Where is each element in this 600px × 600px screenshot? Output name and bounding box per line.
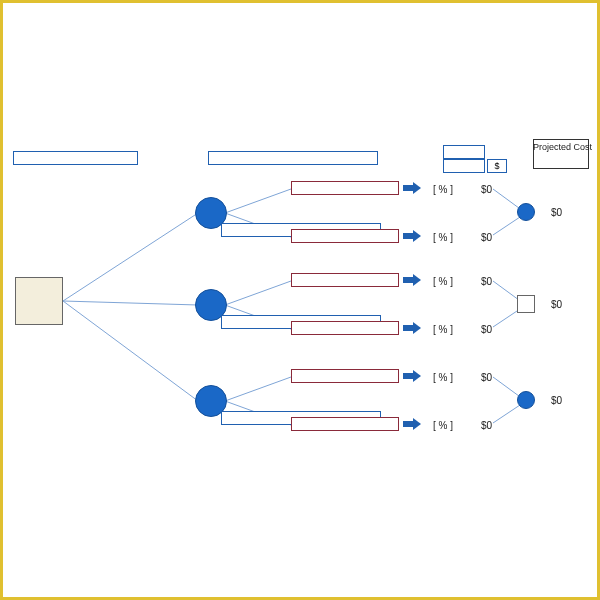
projected-cost-label: Projected Cost	[533, 142, 589, 153]
outcome-box-1b	[291, 229, 399, 243]
terminal-node-2	[517, 295, 535, 313]
pct-2b: %	[433, 324, 453, 335]
terminal-node-1	[517, 203, 535, 221]
pct-2a: %	[433, 276, 453, 287]
svg-line-5	[225, 281, 291, 305]
header-box-3b	[443, 159, 485, 173]
outcome-box-2a	[291, 273, 399, 287]
outcome-box-1a	[291, 181, 399, 195]
cost-2b: $0	[481, 324, 492, 335]
header-box-3	[443, 145, 485, 159]
pct-1a: %	[433, 184, 453, 195]
projected-1: $0	[551, 207, 562, 218]
cost-2a: $0	[481, 276, 492, 287]
svg-line-2	[63, 301, 198, 401]
pct-3b: %	[433, 420, 453, 431]
header-box-1	[13, 151, 138, 165]
cost-3a: $0	[481, 372, 492, 383]
connector-lines	[3, 3, 600, 600]
cost-1a: $0	[481, 184, 492, 195]
arrow-3b	[403, 419, 421, 429]
svg-line-1	[63, 301, 198, 305]
cost-1b: $0	[481, 232, 492, 243]
outcome-box-3b	[291, 417, 399, 431]
header-dollar-cell: $	[487, 159, 507, 173]
decision-root-node	[15, 277, 63, 325]
svg-line-7	[225, 377, 291, 401]
pct-1b: %	[433, 232, 453, 243]
diagram-canvas: $ Projected Cost % % $0 $0 $0 % % $0 $0 …	[3, 3, 600, 600]
arrow-1a	[403, 183, 421, 193]
outcome-box-3a	[291, 369, 399, 383]
projected-2: $0	[551, 299, 562, 310]
svg-line-0	[63, 213, 198, 301]
pct-3a: %	[433, 372, 453, 383]
outcome-box-2b	[291, 321, 399, 335]
svg-line-3	[225, 189, 291, 213]
arrow-2a	[403, 275, 421, 285]
cost-3b: $0	[481, 420, 492, 431]
header-box-2	[208, 151, 378, 165]
projected-3: $0	[551, 395, 562, 406]
arrow-3a	[403, 371, 421, 381]
terminal-node-3	[517, 391, 535, 409]
arrow-2b	[403, 323, 421, 333]
arrow-1b	[403, 231, 421, 241]
